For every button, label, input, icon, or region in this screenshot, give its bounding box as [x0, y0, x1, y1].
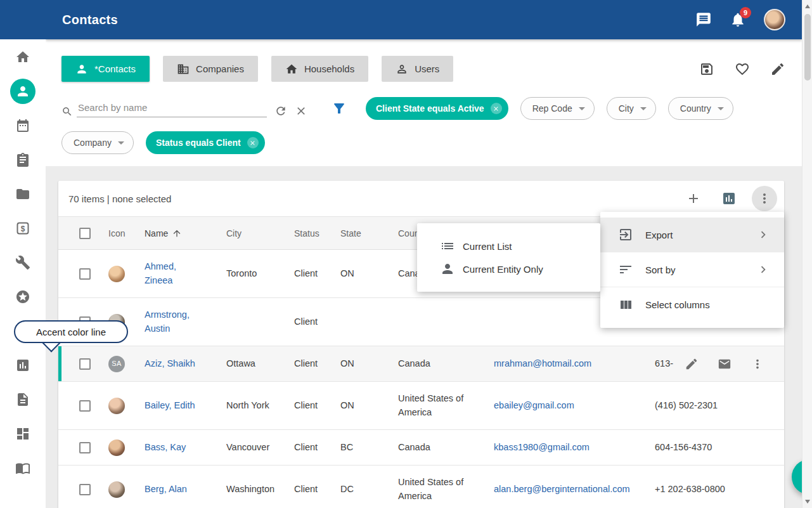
row-checkbox[interactable]: [79, 442, 91, 453]
sidebar-item-billing[interactable]: $: [8, 221, 38, 236]
cell-status: Client: [294, 357, 340, 371]
remove-filter-icon[interactable]: [247, 137, 259, 148]
sidebar-item-home[interactable]: [8, 49, 38, 65]
notifications-button[interactable]: 9: [730, 11, 746, 28]
chevron-down-icon: [118, 141, 124, 145]
menu-item-export[interactable]: Export: [600, 218, 784, 252]
row-checkbox[interactable]: [79, 358, 91, 370]
tab-companies[interactable]: Companies: [163, 56, 258, 82]
person-icon: [15, 84, 30, 99]
contact-email-link[interactable]: alan.berg@berginternational.com: [494, 484, 630, 494]
contact-avatar: [108, 398, 125, 414]
sidebar-item-folders[interactable]: [8, 186, 38, 202]
contact-name-link[interactable]: Bass, Kay: [145, 442, 186, 452]
export-icon: [618, 227, 633, 242]
sidebar-item-favorites[interactable]: [8, 289, 38, 304]
tab-households[interactable]: Households: [271, 56, 368, 82]
user-avatar[interactable]: [764, 9, 785, 30]
bar-chart-icon: [15, 358, 30, 373]
submenu-item-current-list[interactable]: Current List: [417, 235, 600, 257]
cell-status: Client: [294, 267, 340, 281]
chat-button[interactable]: [695, 11, 712, 28]
contact-email-link[interactable]: kbass1980@gmail.com: [494, 442, 590, 452]
table-row-highlighted[interactable]: SA Aziz, Shaikh Ottawa Client ON Canada …: [58, 346, 784, 382]
contact-name-link[interactable]: Bailey, Edith: [145, 400, 195, 410]
submenu-item-current-entity[interactable]: Current Entity Only: [417, 257, 600, 280]
table-row[interactable]: Berg, Alan Washington Client DC United S…: [58, 466, 784, 508]
row-actions: [685, 357, 764, 371]
cell-country: United States of America: [398, 392, 494, 420]
scroll-down-arrow-icon[interactable]: [805, 500, 810, 504]
filter-chip-rep-code[interactable]: Rep Code: [520, 97, 595, 120]
chart-view-button[interactable]: [716, 186, 742, 211]
cell-phone: 604-156-4370: [655, 441, 774, 455]
contact-email-link[interactable]: ebailey@gmail.com: [494, 400, 574, 410]
filter-chip-company[interactable]: Company: [61, 131, 134, 154]
menu-item-select-columns[interactable]: Select columns: [600, 287, 784, 322]
star-badge-icon: [15, 289, 30, 304]
scroll-up-arrow-icon[interactable]: [805, 4, 810, 8]
filter-chip-country[interactable]: Country: [668, 97, 733, 120]
column-header-icon[interactable]: Icon: [108, 228, 145, 238]
cell-state: DC: [340, 483, 398, 497]
contact-name-link[interactable]: Aziz, Shaikh: [145, 358, 195, 368]
svg-text:$: $: [21, 225, 25, 233]
filter-chip-client-state[interactable]: Client State equals Active: [366, 97, 508, 120]
email-row-icon[interactable]: [718, 357, 731, 371]
contact-name-link[interactable]: Berg, Alan: [145, 484, 187, 494]
select-all-checkbox[interactable]: [79, 228, 91, 239]
callout-text: Accent color line: [36, 327, 106, 337]
add-item-button[interactable]: [681, 186, 706, 211]
building-icon: [177, 63, 190, 75]
edit-view-button[interactable]: [770, 62, 785, 77]
sidebar-item-reports[interactable]: [8, 358, 38, 373]
row-checkbox[interactable]: [79, 484, 91, 495]
toolbar-panel: *Contacts Companies Households Users: [46, 39, 802, 166]
table-more-options-button[interactable]: [752, 186, 777, 211]
edit-row-icon[interactable]: [685, 357, 699, 371]
sidebar-toggle-button[interactable]: [0, 0, 46, 39]
vertical-scrollbar[interactable]: [802, 0, 812, 508]
tab-users[interactable]: Users: [382, 56, 453, 82]
remove-filter-icon[interactable]: [491, 103, 502, 114]
sidebar-item-documents[interactable]: [8, 392, 38, 407]
favorite-button[interactable]: [735, 62, 750, 77]
column-header-state[interactable]: State: [340, 228, 398, 238]
column-header-name[interactable]: Name: [145, 228, 226, 238]
filter-chip-status[interactable]: Status equals Client: [146, 131, 265, 154]
calendar-icon: [15, 118, 30, 133]
filter-chip-city[interactable]: City: [607, 97, 656, 120]
sidebar-item-address-book[interactable]: [8, 460, 38, 476]
table-row[interactable]: Bailey, Edith North York Client ON Unite…: [58, 382, 784, 430]
sidebar-item-tools[interactable]: [8, 255, 38, 270]
clear-search-icon[interactable]: [295, 105, 307, 117]
table-row[interactable]: Bass, Kay Vancouver Client BC Canada kba…: [58, 430, 784, 466]
menu-item-label: Export: [645, 230, 673, 240]
row-checkbox[interactable]: [79, 268, 91, 280]
sidebar-item-calendar[interactable]: [8, 118, 38, 133]
sidebar-item-tasks[interactable]: [8, 152, 38, 167]
scrollbar-thumb[interactable]: [804, 14, 811, 81]
chip-label: Company: [74, 138, 112, 148]
menu-item-sort-by[interactable]: Sort by: [600, 252, 784, 287]
menu-item-label: Sort by: [645, 264, 676, 275]
contact-name-link[interactable]: Ahmed, Zineea: [145, 261, 176, 285]
cell-country: Canada: [398, 441, 494, 455]
column-header-city[interactable]: City: [226, 228, 294, 238]
row-checkbox[interactable]: [79, 400, 91, 412]
row-more-options-icon[interactable]: [751, 357, 764, 371]
filter-funnel-button[interactable]: [332, 101, 347, 116]
column-header-status[interactable]: Status: [294, 228, 340, 238]
refresh-icon[interactable]: [274, 105, 287, 117]
chat-icon: [695, 11, 712, 28]
contact-avatar: [108, 481, 125, 498]
table-options-menu: Export Sort by Select columns: [600, 212, 784, 328]
save-view-button[interactable]: [699, 62, 714, 77]
tab-contacts[interactable]: *Contacts: [61, 56, 150, 82]
contact-email-link[interactable]: mrahman@hotmail.com: [494, 358, 591, 368]
person-outline-icon: [396, 63, 408, 75]
contact-name-link[interactable]: Armstrong, Austin: [145, 309, 190, 334]
search-input[interactable]: [77, 100, 267, 117]
sidebar-item-contacts[interactable]: [8, 84, 38, 99]
sidebar-item-dashboard[interactable]: [8, 426, 38, 441]
